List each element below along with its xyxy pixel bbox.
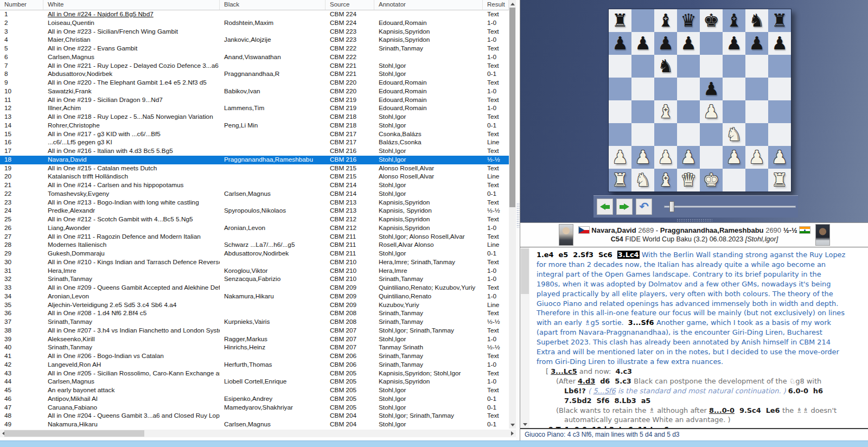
square-c4[interactable]: ♝ [654,100,677,123]
next-move-button[interactable] [616,199,633,215]
column-header-black[interactable]: Black [220,0,326,10]
square-d6[interactable] [677,55,700,78]
square-g7[interactable]: ♟ [745,32,768,55]
scroll-right-icon[interactable] [509,430,516,437]
column-header-number[interactable]: Number [0,0,43,10]
square-e4[interactable]: ♟ [700,100,723,123]
square-h3[interactable] [768,123,791,146]
square-d8[interactable]: ♛ [677,9,700,32]
piece-white-king[interactable]: ♚ [703,169,719,191]
piece-white-pawn[interactable]: ♟ [658,146,674,169]
move-text[interactable]: 4.c3 [616,367,632,375]
takeback-button[interactable]: ↶ [636,199,652,215]
piece-black-rook[interactable]: ♜ [771,9,788,32]
game-row[interactable]: 19All in One #215 - Catalan meets DutchC… [0,164,509,173]
piece-black-pawn[interactable]: ♟ [749,32,765,55]
game-row[interactable]: 32Srinath,TanmaySenzacqua,FabrizioCBM 21… [0,275,509,284]
slider-track[interactable] [664,206,796,208]
square-a2[interactable]: ♟ [609,146,631,169]
game-row[interactable]: 44Carlsen,MagnusLiobell Cortell,EnriqueC… [0,378,509,386]
game-row[interactable]: 24Predke,AlexandrSpyropoulos,NikolaosCBM… [0,207,509,215]
square-c8[interactable]: ♝ [654,9,677,32]
notation-scroll-down-icon[interactable] [520,420,529,428]
square-d7[interactable]: ♟ [677,32,700,55]
square-f8[interactable]: ♝ [723,9,745,32]
square-h7[interactable]: ♟ [768,32,791,55]
piece-white-pawn[interactable]: ♟ [635,146,651,169]
game-row[interactable]: 35Aljechin-Verteidigung 2.e5 Sd5 3.c4 Sb… [0,301,509,310]
square-f3[interactable]: ♞ [723,123,745,146]
game-row[interactable]: 21All in One #214 - Carlsen and his hipp… [0,181,509,190]
notation-scrollbar[interactable] [520,247,529,428]
game-row[interactable]: 2Loiseau,QuentinRodshtein,MaximCBM 224Ed… [0,19,509,28]
square-f5[interactable] [723,78,745,100]
move-text[interactable]: 8...0-0 [709,406,735,414]
square-a5[interactable] [609,78,631,100]
piece-black-bishop[interactable]: ♝ [726,9,742,32]
game-row[interactable]: 17All in One #216 - Italian with 4.d3 Bc… [0,147,509,156]
column-header-white[interactable]: White [43,0,220,10]
move-text[interactable]: 4.d3 [578,377,595,385]
game-row[interactable]: 30All in One #210 - Kings Indian and Tar… [0,258,509,267]
move-text[interactable]: 1.e4 e5 2.Sf3 Sc6 [537,251,617,259]
game-row[interactable]: 14Rohrer,ChristophePeng,Li MinCBM 218Sto… [0,122,509,130]
piece-white-pawn[interactable]: ♟ [726,146,742,169]
move-slider[interactable] [664,201,796,212]
square-h1[interactable]: ♜ [768,169,791,191]
column-header-result[interactable]: Result [483,0,509,10]
square-f4[interactable] [723,100,745,123]
piece-black-pawn[interactable]: ♟ [703,78,719,100]
game-row[interactable]: 48All in One #204 - Queens Gambit 3...a6… [0,412,509,420]
game-row[interactable]: 25All in One #212 - Scotch Gambit with 4… [0,215,509,224]
game-row[interactable]: 34Aronian,LevonNakamura,HikaruCBM 209Qui… [0,292,509,301]
square-g4[interactable] [745,100,768,123]
piece-white-pawn[interactable]: ♟ [680,146,697,169]
panel-splitter[interactable] [516,0,520,440]
square-g5[interactable] [745,78,768,100]
piece-black-bishop[interactable]: ♝ [658,9,674,32]
square-g8[interactable]: ♞ [745,9,768,32]
horizontal-splitter-grip-icon[interactable] [676,219,712,222]
square-b5[interactable] [631,78,654,100]
piece-white-rook[interactable]: ♜ [612,169,628,191]
game-row[interactable]: 7All in One #221 - Ruy Lopez - Delayed C… [0,62,509,71]
square-c6[interactable]: ♞ [654,55,677,78]
vertical-scrollbar-thumb[interactable] [509,8,515,207]
piece-black-pawn[interactable]: ♟ [680,32,697,55]
game-row[interactable]: 12Illner,AchimLammens,TimCBM 219Edouard,… [0,104,509,113]
square-c2[interactable]: ♟ [654,146,677,169]
square-d4[interactable] [677,100,700,123]
game-row[interactable]: 38All in One #207 - 3.h4 vs Indian Fianc… [0,327,509,335]
square-e1[interactable]: ♚ [700,169,723,191]
piece-white-pawn[interactable]: ♟ [703,100,719,123]
notation-scrollbar-thumb[interactable] [521,248,529,294]
previous-move-button[interactable] [597,199,613,215]
square-b4[interactable] [631,100,654,123]
square-f1[interactable] [723,169,745,191]
piece-black-knight[interactable]: ♞ [658,55,674,78]
game-row[interactable]: 31Hera,ImreKoroglou,ViktorCBM 210Hera,Im… [0,267,509,276]
piece-black-knight[interactable]: ♞ [749,9,765,32]
scroll-down-icon[interactable] [509,421,516,429]
square-b6[interactable] [631,55,654,78]
move-text[interactable]: 3...Sf6 [628,318,656,327]
game-row[interactable]: 49Nakamura,HikaruCarlsen,MagnusCBM 204St… [0,420,509,429]
square-b8[interactable] [631,9,654,32]
game-row[interactable]: 27All in One #211 - Ragozin Defence and … [0,233,509,241]
scroll-up-icon[interactable] [509,0,516,8]
square-e5[interactable]: ♟ [700,78,723,100]
column-header-source[interactable]: Source [326,0,374,10]
game-row[interactable]: 13All in One #218 - Ruy Lopez - 5...Na5 … [0,113,509,122]
square-a6[interactable] [609,55,631,78]
square-h6[interactable] [768,55,791,78]
game-row[interactable]: 43All in One #205 - Sicilian Rossolimo, … [0,369,509,378]
square-d3[interactable] [677,123,700,146]
piece-white-pawn[interactable]: ♟ [612,146,628,169]
game-row[interactable]: 22Tomashevsky,EvgenyCarlsen,MagnusCBM 21… [0,190,509,199]
move-text[interactable]: 5...Sf6 [593,387,615,395]
game-row[interactable]: 37Srinath,TanmayKurpnieks,VairisCBM 208S… [0,318,509,327]
game-row[interactable]: 42Langeveld,Ron AHHerfurth,ThomasCBM 206… [0,361,509,369]
piece-black-pawn[interactable]: ♟ [612,32,628,55]
square-g1[interactable] [745,169,768,191]
square-c1[interactable]: ♝ [654,169,677,191]
